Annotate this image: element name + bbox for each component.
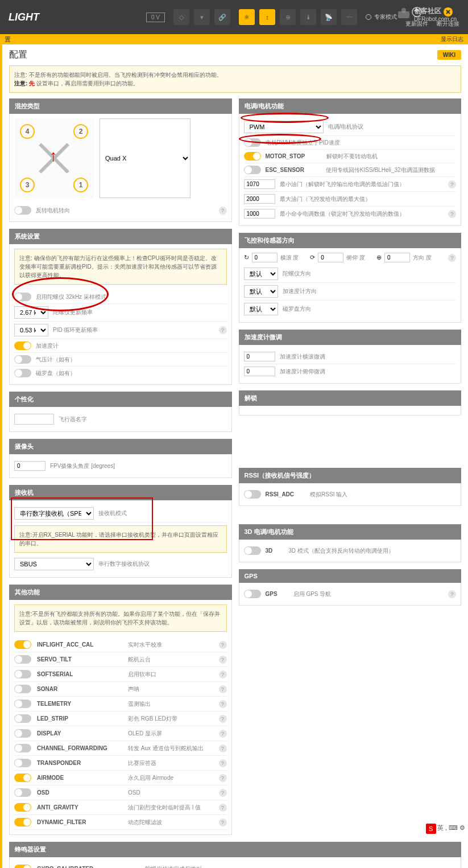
tab-bar: 置 显示日志 <box>0 34 468 44</box>
gyro32-label: 启用陀螺仪 32kHz 采样模式 <box>36 293 106 301</box>
help-icon[interactable]: ? <box>448 210 456 218</box>
motor-stop-label: MOTOR_STOP <box>266 153 305 159</box>
feature-toggle-SOFTSERIAL[interactable] <box>14 670 31 678</box>
feature-toggle-SERVO_TILT[interactable] <box>14 655 31 664</box>
feature-toggle-CHANNEL_FORWARDING[interactable] <box>14 744 31 752</box>
mixer-select[interactable]: Quad X <box>100 118 190 198</box>
cam-angle-input[interactable] <box>14 461 45 471</box>
expert-mode[interactable]: 专家模式 <box>366 13 397 21</box>
page-warning: 注意: 不是所有的功能都能同时被启用。当飞控检测到有冲突时会禁用相应的功能。 注… <box>9 65 461 93</box>
baro-icon[interactable]: 🌡 <box>300 9 316 25</box>
help-icon[interactable]: ? <box>448 180 456 188</box>
feature-desc: 启用软串口 <box>128 670 213 678</box>
help-icon[interactable]: ? <box>219 774 227 782</box>
help-icon[interactable]: ? <box>219 656 227 664</box>
mag-align-select[interactable]: 默认 <box>244 303 278 315</box>
help-icon[interactable]: ? <box>448 590 456 598</box>
gyro-rate-select[interactable]: 2.67 kHz <box>14 306 48 319</box>
gps-icon[interactable]: 📡 <box>321 9 337 25</box>
motor-stop-toggle[interactable] <box>244 152 261 161</box>
min-throttle-input[interactable] <box>244 179 275 189</box>
esc-protocol-select[interactable]: PWM <box>244 121 324 133</box>
tab-left: 置 <box>5 35 11 44</box>
yaw-input[interactable] <box>384 253 410 262</box>
roll-label: 横滚 度 <box>280 254 299 262</box>
show-log-link[interactable]: 显示日志 <box>441 35 463 43</box>
wiki-button[interactable]: WIKI <box>437 50 461 60</box>
rssi-adc-toggle[interactable] <box>244 490 261 499</box>
acc-toggle[interactable] <box>14 342 31 350</box>
gyro-icon[interactable]: ⚛ <box>239 9 255 25</box>
gps-label: GPS <box>266 591 278 597</box>
feature-name: SONAR <box>37 686 122 692</box>
help-icon[interactable]: ? <box>448 254 456 262</box>
feature-name: ANTI_GRAVITY <box>37 804 122 811</box>
feature-toggle-LED_STRIP[interactable] <box>14 714 31 723</box>
feature-toggle-SONAR[interactable] <box>14 685 31 693</box>
help-icon[interactable]: ? <box>219 700 227 708</box>
feature-desc: 永久启用 Airmode <box>128 774 213 782</box>
esc-sensor-label: ESC_SENSOR <box>266 167 304 173</box>
gyro-align-select[interactable]: 默认 <box>244 268 278 280</box>
help-icon[interactable]: ? <box>219 818 227 826</box>
acc-align-select[interactable]: 默认 <box>244 285 278 298</box>
pitch-label: 俯仰 度 <box>346 254 365 262</box>
craft-name-input[interactable] <box>14 414 54 425</box>
acc-icon[interactable]: ↕ <box>259 9 275 25</box>
feature-toggle-DYNAMIC_FILTER[interactable] <box>14 818 31 826</box>
gps-toggle[interactable] <box>244 590 261 598</box>
mag-toggle[interactable] <box>14 369 31 377</box>
help-icon[interactable]: ? <box>219 759 227 767</box>
baro-toggle[interactable] <box>14 355 31 364</box>
mag-icon[interactable]: ⊕ <box>280 9 296 25</box>
feature-desc: 实时水平校准 <box>128 641 213 649</box>
page-title: 配置 <box>9 49 27 61</box>
feature-toggle-OSD[interactable] <box>14 788 31 797</box>
pwm-rate-toggle[interactable] <box>244 138 261 147</box>
pid-rate-select[interactable]: 0.53 kHz <box>14 324 48 336</box>
feature-name: TRANSPONDER <box>37 760 122 766</box>
help-icon[interactable]: ? <box>219 207 227 215</box>
feature-toggle-TELEMETRY[interactable] <box>14 700 31 708</box>
min-cmd-input[interactable] <box>244 209 275 219</box>
sensor-icon: ◇ <box>173 9 189 25</box>
feature-desc: 油门剧烈变化时临时提高 I 值 <box>128 804 213 812</box>
max-throttle-input[interactable] <box>244 194 275 204</box>
roll-input[interactable] <box>252 253 278 262</box>
feature-desc: OLED 显示屏 <box>128 730 213 738</box>
help-icon[interactable]: ? <box>219 744 227 752</box>
acctrim-roll-label: 加速度计横滚微调 <box>280 353 325 361</box>
reverse-motor-toggle[interactable] <box>14 206 31 215</box>
acctrim-roll-input[interactable] <box>244 352 275 361</box>
help-icon[interactable]: ? <box>219 789 227 797</box>
help-icon[interactable]: ? <box>219 804 227 812</box>
help-icon[interactable]: ? <box>219 715 227 723</box>
help-icon[interactable]: ? <box>219 326 227 334</box>
feature-toggle-ANTI_GRAVITY[interactable] <box>14 803 31 812</box>
help-icon[interactable]: ? <box>219 685 227 693</box>
gyro32-toggle[interactable] <box>14 293 31 301</box>
feature-toggle-INFLIGHT_ACC_CAL[interactable] <box>14 640 31 649</box>
rx-serial-label: 串行数字接收机协议 <box>98 560 150 568</box>
yaw-icon: ⊕ <box>376 254 382 261</box>
help-icon[interactable]: ? <box>219 670 227 678</box>
help-icon[interactable]: ? <box>219 641 227 649</box>
pitch-input[interactable] <box>318 253 343 262</box>
arming-header: 解锁 <box>239 390 462 406</box>
acctrim-pitch-input[interactable] <box>244 367 275 376</box>
rx-header: 接收机 <box>9 485 232 500</box>
rx-serial-select[interactable]: SBUS <box>14 558 94 570</box>
reverse-motor-label: 反转电机转向 <box>36 207 70 215</box>
feature-toggle-TRANSPONDER[interactable] <box>14 759 31 767</box>
3d-label: 3D <box>266 548 273 554</box>
rx-mode-select[interactable]: 串行数字接收机（SPEKSAT,SBUS） <box>14 507 94 520</box>
rssi-adc-desc: 模拟RSSI 输入 <box>310 491 347 499</box>
feature-name: SERVO_TILT <box>37 656 122 663</box>
esc-sensor-toggle[interactable] <box>244 166 261 174</box>
3d-toggle[interactable] <box>244 546 261 555</box>
beeper-toggle-GYRO_CALIBRATED[interactable] <box>14 865 31 868</box>
sonar-icon[interactable]: 〰 <box>341 9 357 25</box>
feature-toggle-DISPLAY[interactable] <box>14 729 31 738</box>
help-icon[interactable]: ? <box>219 730 227 738</box>
feature-toggle-AIRMODE[interactable] <box>14 774 31 782</box>
